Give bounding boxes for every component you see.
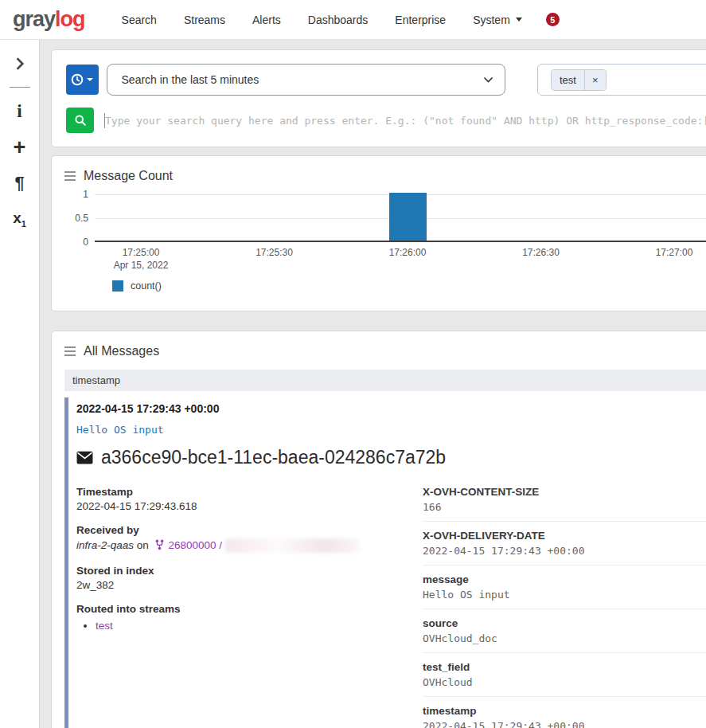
- nav-item-alerts[interactable]: Alerts: [252, 14, 281, 26]
- received-by-label: Received by: [76, 524, 423, 536]
- message-row[interactable]: 2022-04-15 17:29:43 +00:00 Hello OS inpu…: [64, 397, 706, 728]
- message-count-chart: 10.50 count() 17:25:0017:25:3017:26:0017…: [64, 194, 706, 306]
- field-value: OVHcloud: [423, 676, 706, 688]
- widget-title: All Messages: [84, 344, 159, 358]
- message-field-row: test_fieldOVHcloud: [423, 661, 706, 697]
- chart-bar: [389, 193, 427, 241]
- clock-icon: [71, 73, 84, 86]
- nav-item-enterprise[interactable]: Enterprise: [395, 14, 446, 26]
- nav-item-search[interactable]: Search: [122, 14, 157, 26]
- redacted-input-name: [225, 538, 359, 553]
- chart-plot-area[interactable]: [95, 194, 706, 242]
- graylog-logo[interactable]: graylog: [13, 7, 85, 32]
- timerange-selected-option: Search in the last 5 minutes: [122, 73, 259, 86]
- field-name[interactable]: test_field: [423, 661, 706, 673]
- message-field-row: timestamp2022-04-15 17:29:43 +00:00: [423, 705, 706, 728]
- widget-drag-handle-icon[interactable]: [64, 171, 76, 181]
- y-axis-tick: 0: [64, 237, 88, 247]
- notification-badge[interactable]: 5: [546, 13, 560, 26]
- timerange-config-button[interactable]: [66, 65, 99, 95]
- sidebar-formatting-button[interactable]: ¶: [6, 169, 34, 198]
- field-value: 2022-04-15 17:29:43 +00:00: [423, 545, 706, 557]
- sidebar-fields-button[interactable]: x1: [6, 205, 34, 233]
- sidebar-divider: [10, 87, 30, 88]
- nav-item-system[interactable]: System: [473, 14, 522, 26]
- x-axis-tick: 17:25:30: [255, 247, 293, 258]
- sidebar-description-button[interactable]: i: [6, 97, 34, 126]
- chevron-right-icon: [15, 57, 25, 71]
- messages-column-header-timestamp[interactable]: timestamp: [64, 370, 706, 391]
- stream-link[interactable]: test: [96, 620, 113, 632]
- message-timestamp: 2022-04-15 17:29:43 +00:00: [76, 402, 706, 415]
- timestamp-value: 2022-04-15 17:29:43.618: [76, 500, 423, 512]
- node-name: infra-2-qaas: [76, 539, 134, 551]
- code-fork-icon: [155, 539, 164, 550]
- select-chevron-icon: [483, 76, 493, 84]
- field-name[interactable]: X-OVH-CONTENT-SIZE: [423, 486, 706, 498]
- y-axis-tick: 1: [64, 190, 88, 199]
- stream-chip-label: test: [552, 70, 584, 90]
- stream-chip-remove-button[interactable]: ×: [584, 70, 606, 90]
- sidebar-create-button[interactable]: +: [6, 133, 34, 162]
- search-icon: [74, 114, 87, 127]
- field-value: Hello OS input: [423, 589, 706, 601]
- system-label: System: [473, 14, 510, 26]
- legend-swatch: [112, 280, 123, 292]
- field-name[interactable]: X-OVH-DELIVERY-DATE: [423, 530, 706, 542]
- x-axis-tick: 17:26:30: [522, 247, 560, 258]
- message-field-row: X-OVH-DELIVERY-DATE2022-04-15 17:29:43 +…: [423, 530, 706, 566]
- stream-chip: test ×: [551, 69, 607, 91]
- x-axis-tick: 17:27:00: [656, 247, 693, 258]
- plus-icon: +: [14, 137, 26, 159]
- info-icon: i: [17, 101, 21, 122]
- stream-list-item: test: [96, 620, 423, 632]
- message-metadata: Timestamp 2022-04-15 17:29:43.618 Receiv…: [76, 486, 423, 728]
- nav-menu: Search Streams Alerts Dashboards Enterpr…: [122, 14, 522, 26]
- nav-item-dashboards[interactable]: Dashboards: [308, 14, 369, 26]
- chevron-down-icon: [87, 78, 93, 81]
- stream-filter-input[interactable]: test ×: [537, 64, 706, 96]
- field-name[interactable]: source: [423, 617, 706, 629]
- routed-streams-label: Routed into streams: [76, 603, 423, 615]
- all-messages-widget: All Messages timestamp 2022-04-15 17:29:…: [51, 331, 706, 728]
- search-submit-button[interactable]: [66, 108, 94, 133]
- logo-text-log: log: [55, 7, 85, 31]
- chevron-down-icon: [516, 18, 522, 22]
- chart-y-labels: 10.50: [64, 194, 93, 242]
- message-preview: Hello OS input: [76, 424, 706, 436]
- envelope-icon: [76, 451, 93, 464]
- logo-text-gray: gray: [13, 7, 55, 31]
- legend-label[interactable]: count(): [131, 280, 162, 292]
- pilcrow-icon: ¶: [14, 173, 24, 194]
- field-value: OVHcloud_doc: [423, 632, 706, 644]
- y-axis-tick: 0.5: [64, 213, 88, 223]
- message-field-row: sourceOVHcloud_doc: [423, 617, 706, 653]
- chart-legend: count(): [112, 280, 162, 292]
- message-field-row: messageHello OS input: [423, 573, 706, 609]
- widget-title: Message Count: [84, 169, 173, 183]
- received-on-text: on: [137, 539, 149, 551]
- message-fields: X-OVH-CONTENT-SIZE166X-OVH-DELIVERY-DATE…: [423, 486, 706, 728]
- field-name[interactable]: message: [423, 573, 706, 585]
- search-bar-panel: Search in the last 5 minutes test ×: [51, 49, 706, 147]
- nav-item-streams[interactable]: Streams: [184, 14, 225, 26]
- x-axis-date-label: Apr 15, 2022: [114, 260, 169, 271]
- sidebar-expand-button[interactable]: [6, 49, 34, 78]
- message-field-row: X-OVH-CONTENT-SIZE166: [423, 486, 706, 522]
- subscript-x1-icon: x1: [13, 209, 26, 229]
- input-link[interactable]: 26800000 /: [168, 539, 222, 551]
- message-count-widget: Message Count 10.50 count() 17:25:0017:2…: [51, 155, 706, 311]
- widget-drag-handle-icon[interactable]: [64, 346, 76, 356]
- search-query-input[interactable]: [105, 108, 706, 132]
- top-navbar: graylog Search Streams Alerts Dashboards…: [0, 0, 706, 40]
- x-axis-tick: 17:25:00: [123, 247, 160, 258]
- message-id[interactable]: a366ce90-bce1-11ec-baea-024286c7a72b: [101, 447, 446, 468]
- routed-streams-list: test: [96, 620, 423, 632]
- field-value: 2022-04-15 17:29:43 +00:00: [423, 720, 706, 728]
- main-content: Search in the last 5 minutes test ×: [40, 40, 706, 728]
- field-value: 166: [423, 501, 706, 513]
- timerange-select[interactable]: Search in the last 5 minutes: [107, 64, 505, 96]
- stored-index-label: Stored in index: [76, 565, 423, 577]
- stored-index-value: 2w_382: [76, 579, 423, 591]
- field-name[interactable]: timestamp: [423, 705, 706, 717]
